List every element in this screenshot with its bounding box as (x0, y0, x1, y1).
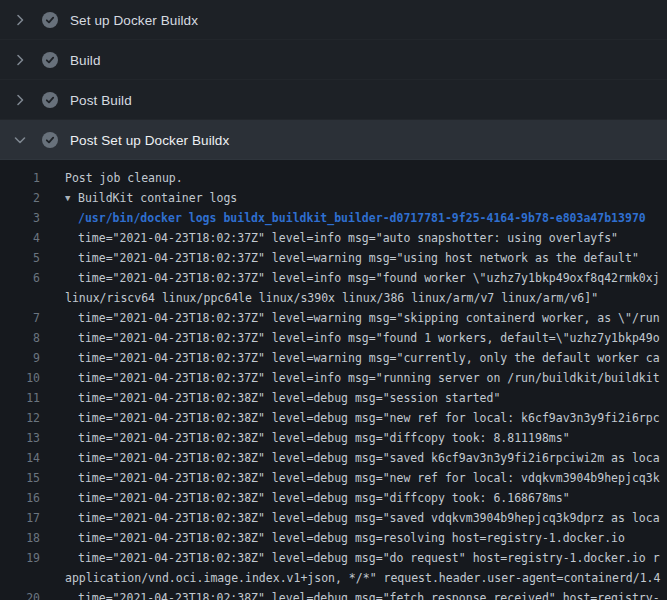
log-line: 11time="2021-04-23T18:02:38Z" level=debu… (0, 388, 667, 408)
log-line: 7time="2021-04-23T18:02:37Z" level=warni… (0, 308, 667, 328)
log-text-wrapped: linux/riscv64 linux/ppc64le linux/s390x … (65, 288, 598, 308)
log-text: time="2021-04-23T18:02:37Z" level=info m… (65, 368, 660, 388)
step-label: Set up Docker Buildx (70, 13, 198, 28)
log-group-title: BuildKit container logs (78, 191, 237, 205)
log-text: time="2021-04-23T18:02:38Z" level=debug … (65, 408, 660, 428)
log-line: 15time="2021-04-23T18:02:38Z" level=debu… (0, 468, 667, 488)
log-line: 12time="2021-04-23T18:02:38Z" level=debu… (0, 408, 667, 428)
log-text: time="2021-04-23T18:02:38Z" level=debug … (65, 588, 660, 600)
group-collapse-arrow-icon: ▼ (65, 188, 78, 208)
chevron-right-icon (12, 52, 28, 68)
chevron-right-icon (12, 92, 28, 108)
log-line: 16time="2021-04-23T18:02:38Z" level=debu… (0, 488, 667, 508)
log-line-number[interactable]: 8 (0, 328, 40, 348)
log-line: 4time="2021-04-23T18:02:37Z" level=info … (0, 228, 667, 248)
log-text: time="2021-04-23T18:02:37Z" level=info m… (65, 228, 618, 248)
log-text: time="2021-04-23T18:02:38Z" level=debug … (65, 508, 660, 528)
step-label: Build (70, 53, 101, 68)
log-line-number[interactable]: 11 (0, 388, 40, 408)
log-line-number[interactable]: 20 (0, 588, 40, 600)
log-line-number[interactable]: 12 (0, 408, 40, 428)
log-line: 2▼BuildKit container logs (0, 188, 667, 208)
log-line: 13time="2021-04-23T18:02:38Z" level=debu… (0, 428, 667, 448)
log-line-number[interactable]: 19 (0, 548, 40, 568)
chevron-down-icon (12, 132, 28, 148)
log-line: 10time="2021-04-23T18:02:37Z" level=info… (0, 368, 667, 388)
log-line-number[interactable]: 4 (0, 228, 40, 248)
log-line: 8time="2021-04-23T18:02:37Z" level=info … (0, 328, 667, 348)
log-line-number (0, 568, 40, 588)
log-text: time="2021-04-23T18:02:38Z" level=debug … (65, 388, 500, 408)
log-line: application/vnd.oci.image.index.v1+json,… (0, 568, 667, 588)
log-line: 6time="2021-04-23T18:02:37Z" level=info … (0, 268, 667, 288)
step-header-build[interactable]: Build (0, 40, 667, 80)
log-line: 1Post job cleanup. (0, 168, 667, 188)
log-text: time="2021-04-23T18:02:37Z" level=warnin… (65, 248, 639, 268)
check-circle-icon (42, 52, 58, 68)
log-text-wrapped: application/vnd.oci.image.index.v1+json,… (65, 568, 660, 588)
log-command-text: /usr/bin/docker logs buildx_buildkit_bui… (65, 208, 646, 228)
log-line-number[interactable]: 17 (0, 508, 40, 528)
log-line-number[interactable]: 14 (0, 448, 40, 468)
log-line-number[interactable]: 6 (0, 268, 40, 288)
log-line-number[interactable]: 13 (0, 428, 40, 448)
log-text: Post job cleanup. (65, 168, 183, 188)
log-text: time="2021-04-23T18:02:37Z" level=warnin… (65, 348, 660, 368)
log-text: time="2021-04-23T18:02:38Z" level=debug … (65, 488, 570, 508)
log-line-number[interactable]: 1 (0, 168, 40, 188)
log-line: 14time="2021-04-23T18:02:38Z" level=debu… (0, 448, 667, 468)
check-circle-icon (42, 12, 58, 28)
log-line: 17time="2021-04-23T18:02:38Z" level=debu… (0, 508, 667, 528)
log-line: 3/usr/bin/docker logs buildx_buildkit_bu… (0, 208, 667, 228)
log-line: 18time="2021-04-23T18:02:38Z" level=debu… (0, 528, 667, 548)
log-line-number[interactable]: 7 (0, 308, 40, 328)
check-circle-icon (42, 132, 58, 148)
log-line: 9time="2021-04-23T18:02:37Z" level=warni… (0, 348, 667, 368)
log-line-number[interactable]: 9 (0, 348, 40, 368)
log-line-number[interactable]: 16 (0, 488, 40, 508)
log-line: linux/riscv64 linux/ppc64le linux/s390x … (0, 288, 667, 308)
log-line-number[interactable]: 10 (0, 368, 40, 388)
job-steps-list: Set up Docker BuildxBuildPost BuildPost … (0, 0, 667, 160)
log-text: time="2021-04-23T18:02:38Z" level=debug … (65, 428, 570, 448)
log-line-number[interactable]: 15 (0, 468, 40, 488)
check-circle-icon (42, 92, 58, 108)
log-line-number[interactable]: 3 (0, 208, 40, 228)
log-line-number[interactable]: 18 (0, 528, 40, 548)
log-line: 19time="2021-04-23T18:02:38Z" level=debu… (0, 548, 667, 568)
step-log-viewer: 1Post job cleanup.2▼BuildKit container l… (0, 160, 667, 600)
log-line-number (0, 288, 40, 308)
log-group-toggle[interactable]: ▼BuildKit container logs (65, 188, 237, 208)
chevron-right-icon (12, 12, 28, 28)
log-line: 20time="2021-04-23T18:02:38Z" level=debu… (0, 588, 667, 600)
step-header-set-up-docker-buildx[interactable]: Set up Docker Buildx (0, 0, 667, 40)
log-line: 5time="2021-04-23T18:02:37Z" level=warni… (0, 248, 667, 268)
log-line-number[interactable]: 5 (0, 248, 40, 268)
log-text: time="2021-04-23T18:02:38Z" level=debug … (65, 528, 625, 548)
step-header-post-build[interactable]: Post Build (0, 80, 667, 120)
step-header-post-set-up-docker-buildx[interactable]: Post Set up Docker Buildx (0, 120, 667, 160)
log-text: time="2021-04-23T18:02:38Z" level=debug … (65, 468, 660, 488)
log-text: time="2021-04-23T18:02:38Z" level=debug … (65, 448, 660, 468)
log-line-number[interactable]: 2 (0, 188, 40, 208)
log-text: time="2021-04-23T18:02:37Z" level=warnin… (65, 308, 660, 328)
log-text: time="2021-04-23T18:02:37Z" level=info m… (65, 328, 660, 348)
log-text: time="2021-04-23T18:02:37Z" level=info m… (65, 268, 660, 288)
step-label: Post Build (70, 93, 132, 108)
log-text: time="2021-04-23T18:02:38Z" level=debug … (65, 548, 660, 568)
step-label: Post Set up Docker Buildx (70, 133, 229, 148)
